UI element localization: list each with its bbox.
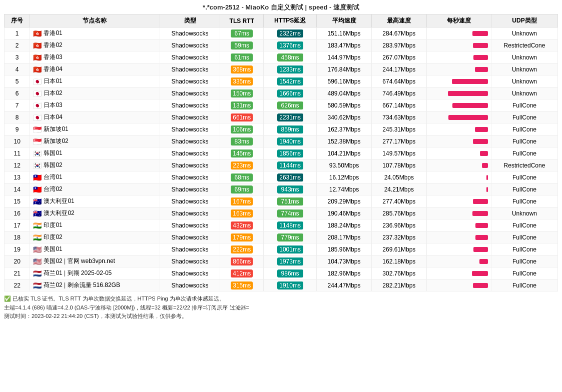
table-row: 22 🇳🇱荷兰02 | 剩余流量 516.82GB Shadowsocks 31… xyxy=(5,280,558,292)
row-speed-bar xyxy=(426,244,491,256)
row-speed-bar xyxy=(426,232,491,244)
row-type: Shadowsocks xyxy=(160,76,220,88)
row-https-delay: 859ms xyxy=(264,124,317,136)
row-udp: FullCone xyxy=(491,148,557,160)
row-tls-rtt: 145ms xyxy=(220,148,264,160)
table-row: 10 🇸🇬新加坡02 Shadowsocks 83ms 1940ms 152.3… xyxy=(5,136,558,148)
row-https-delay: 1144ms xyxy=(264,160,317,172)
row-https-delay: 1973ms xyxy=(264,256,317,268)
col-per-sec: 每秒速度 xyxy=(426,14,491,28)
row-https-delay: 1856ms xyxy=(264,148,317,160)
row-name: 🇦🇺澳大利亚01 xyxy=(30,196,160,208)
row-udp: FullCone xyxy=(491,172,557,184)
row-name: 🇹🇼台湾01 xyxy=(30,172,160,184)
col-type: 类型 xyxy=(160,14,220,28)
row-https-delay: 2631ms xyxy=(264,172,317,184)
row-tls-rtt: 222ms xyxy=(220,244,264,256)
row-tls-rtt: 67ms xyxy=(220,28,264,40)
row-avg-speed: 152.38Mbps xyxy=(317,136,372,148)
table-row: 5 🇯🇵日本01 Shadowsocks 335ms 1542ms 596.16… xyxy=(5,76,558,88)
row-speed-bar xyxy=(426,124,491,136)
row-name: 🇭🇰香港04 xyxy=(30,64,160,76)
row-https-delay: 986ms xyxy=(264,268,317,280)
row-avg-speed: 12.74Mbps xyxy=(317,184,372,196)
row-udp: Unknown xyxy=(491,28,557,40)
row-type: Shadowsocks xyxy=(160,148,220,160)
flag-icon: 🇰🇷 xyxy=(33,162,42,170)
row-tls-rtt: 866ms xyxy=(220,256,264,268)
row-tls-rtt: 335ms xyxy=(220,76,264,88)
table-row: 16 🇦🇺澳大利亚02 Shadowsocks 163ms 774ms 190.… xyxy=(5,208,558,220)
row-id: 9 xyxy=(5,124,30,136)
speed-test-table: 序号 节点名称 类型 TLS RTT HTTPS延迟 平均速度 最高速度 每秒速… xyxy=(4,14,558,292)
row-type: Shadowsocks xyxy=(160,112,220,124)
row-tls-rtt: 106ms xyxy=(220,124,264,136)
row-name: 🇮🇳印度01 xyxy=(30,220,160,232)
row-https-delay: 2322ms xyxy=(264,28,317,40)
row-max-speed: 236.96Mbps xyxy=(371,220,426,232)
row-name: 🇺🇸美国01 xyxy=(30,244,160,256)
row-name: 🇦🇺澳大利亚02 xyxy=(30,208,160,220)
flag-icon: 🇮🇳 xyxy=(33,222,42,230)
table-row: 11 🇰🇷韩国01 Shadowsocks 145ms 1856ms 104.2… xyxy=(5,148,558,160)
flag-icon: 🇦🇺 xyxy=(33,198,42,206)
row-udp: FullCone xyxy=(491,244,557,256)
row-udp: Unknown xyxy=(491,76,557,88)
footer-line1: ✅ 已核实 TLS 证书。TLS RTT 为单次数据交换延迟，HTTPS Pin… xyxy=(4,294,558,304)
table-row: 8 🇯🇵日本04 Shadowsocks 661ms 2231ms 340.62… xyxy=(5,112,558,124)
row-type: Shadowsocks xyxy=(160,100,220,112)
row-tls-rtt: 83ms xyxy=(220,136,264,148)
row-type: Shadowsocks xyxy=(160,172,220,184)
row-id: 3 xyxy=(5,52,30,64)
flag-icon: 🇺🇸 xyxy=(33,258,42,266)
row-name: 🇸🇬新加坡01 xyxy=(30,124,160,136)
row-max-speed: 149.57Mbps xyxy=(371,148,426,160)
row-tls-rtt: 412ms xyxy=(220,268,264,280)
row-max-speed: 302.76Mbps xyxy=(371,268,426,280)
row-speed-bar xyxy=(426,52,491,64)
row-tls-rtt: 179ms xyxy=(220,232,264,244)
row-avg-speed: 244.47Mbps xyxy=(317,280,372,292)
row-name: 🇹🇼台湾02 xyxy=(30,184,160,196)
row-tls-rtt: 315ms xyxy=(220,280,264,292)
row-max-speed: 282.21Mbps xyxy=(371,280,426,292)
row-https-delay: 751ms xyxy=(264,196,317,208)
row-id: 21 xyxy=(5,268,30,280)
row-avg-speed: 209.29Mbps xyxy=(317,196,372,208)
row-speed-bar xyxy=(426,112,491,124)
row-avg-speed: 162.37Mbps xyxy=(317,124,372,136)
flag-icon: 🇹🇼 xyxy=(33,186,42,194)
row-max-speed: 277.17Mbps xyxy=(371,136,426,148)
col-id: 序号 xyxy=(5,14,30,28)
row-id: 11 xyxy=(5,148,30,160)
flag-icon: 🇭🇰 xyxy=(33,66,42,74)
row-avg-speed: 176.84Mbps xyxy=(317,64,372,76)
row-https-delay: 1542ms xyxy=(264,76,317,88)
row-avg-speed: 183.47Mbps xyxy=(317,40,372,52)
row-avg-speed: 16.12Mbps xyxy=(317,172,372,184)
row-tls-rtt: 163ms xyxy=(220,208,264,220)
footer-info: ✅ 已核实 TLS 证书。TLS RTT 为单次数据交换延迟，HTTPS Pin… xyxy=(4,294,558,321)
row-udp: FullCone xyxy=(491,268,557,280)
table-row: 18 🇮🇳印度02 Shadowsocks 179ms 779ms 208.17… xyxy=(5,232,558,244)
table-row: 1 🇭🇰香港01 Shadowsocks 67ms 2322ms 151.16M… xyxy=(5,28,558,40)
row-speed-bar xyxy=(426,64,491,76)
row-udp: FullCone xyxy=(491,184,557,196)
row-max-speed: 674.64Mbps xyxy=(371,76,426,88)
row-type: Shadowsocks xyxy=(160,208,220,220)
row-name: 🇮🇳印度02 xyxy=(30,232,160,244)
table-row: 12 🇰🇷韩国02 Shadowsocks 223ms 1144ms 93.50… xyxy=(5,160,558,172)
row-max-speed: 245.31Mbps xyxy=(371,124,426,136)
row-avg-speed: 144.97Mbps xyxy=(317,52,372,64)
row-name: 🇭🇰香港01 xyxy=(30,28,160,40)
row-max-speed: 277.40Mbps xyxy=(371,196,426,208)
flag-icon: 🇯🇵 xyxy=(33,90,42,98)
row-udp: FullCone xyxy=(491,100,557,112)
row-avg-speed: 185.96Mbps xyxy=(317,244,372,256)
row-type: Shadowsocks xyxy=(160,52,220,64)
row-speed-bar xyxy=(426,148,491,160)
row-type: Shadowsocks xyxy=(160,88,220,100)
row-id: 1 xyxy=(5,28,30,40)
row-https-delay: 1910ms xyxy=(264,280,317,292)
table-row: 13 🇹🇼台湾01 Shadowsocks 68ms 2631ms 16.12M… xyxy=(5,172,558,184)
